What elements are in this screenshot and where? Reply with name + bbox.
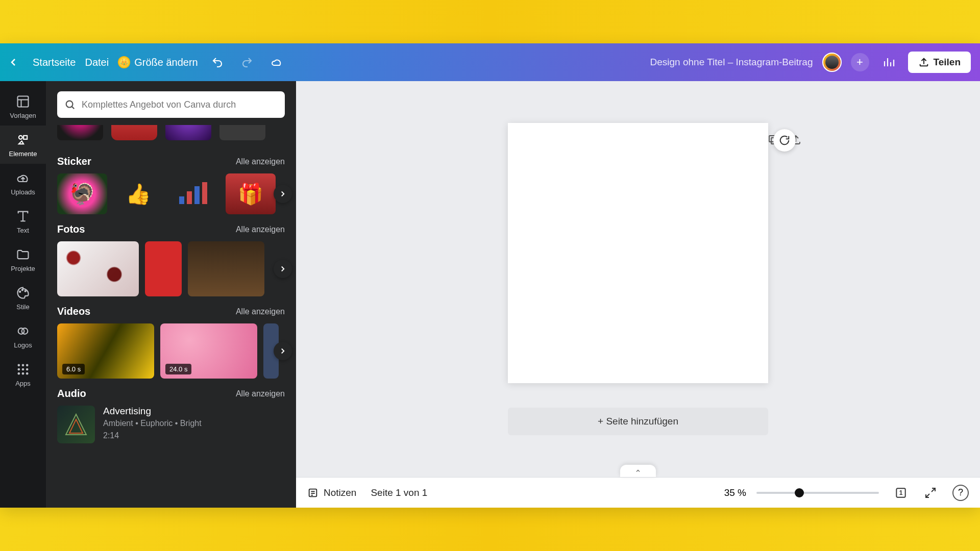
videos-see-all[interactable]: Alle anzeigen [236,307,285,316]
svg-point-16 [26,364,29,367]
folder-icon [16,247,30,262]
refresh-button[interactable] [773,129,796,152]
rail-label: Apps [15,380,31,387]
audio-track-title: Advertising [103,406,202,417]
sticker-next[interactable] [274,185,292,203]
audio-track-meta: Ambient • Euphoric • Bright [103,419,202,428]
body: Vorlagen Elemente Uploads Text Projekte … [0,81,980,508]
insights-button[interactable] [878,52,899,72]
svg-point-13 [22,328,28,334]
rail-styles[interactable]: Stile [0,279,46,317]
canvas-page[interactable] [508,123,768,383]
upload-icon [918,57,929,68]
sticker-head: Sticker Alle anzeigen [57,156,285,167]
sticker-thumb[interactable] [169,173,219,214]
notes-icon [307,487,318,498]
notes-button[interactable]: Notizen [307,487,356,498]
canvas-center: + Seite hinzufügen [296,81,980,477]
svg-point-20 [18,372,20,375]
sticker-thumb[interactable]: 👍 [113,173,163,214]
document-title[interactable]: Design ohne Titel – Instagram-Beitrag [650,57,813,68]
grid-view-button[interactable]: 1 [893,485,909,500]
share-button[interactable]: Teilen [908,52,971,73]
photo-thumb[interactable] [57,241,139,296]
svg-rect-25 [179,196,184,204]
svg-point-14 [18,364,20,367]
redo-icon [241,56,253,68]
svg-point-23 [66,101,73,108]
avatar[interactable] [822,53,842,72]
search-box[interactable] [57,91,285,118]
audio-head: Audio Alle anzeigen [57,388,285,399]
photos-row [57,241,285,296]
svg-point-22 [26,372,29,375]
search-input[interactable] [82,99,278,110]
svg-marker-6 [19,141,23,144]
palette-icon [16,286,30,300]
resize-label: Größe ändern [134,57,198,68]
sticker-thumb[interactable]: 🦃 [57,173,107,214]
sticker-thumb[interactable]: 🎁 [226,173,276,214]
file-menu[interactable]: Datei [85,57,109,68]
undo-button[interactable] [207,52,228,72]
plus-icon: + [856,56,863,69]
redo-button[interactable] [237,52,257,72]
photos-see-all[interactable]: Alle anzeigen [236,225,285,234]
page-indicator[interactable]: Seite 1 von 1 [371,487,427,498]
audio-see-all[interactable]: Alle anzeigen [236,389,285,398]
elements-panel: Sticker Alle anzeigen 🦃 👍 🎁 Fot [46,81,296,508]
cloud-sync-button[interactable] [266,52,287,72]
videos-title: Videos [57,306,90,317]
home-link[interactable]: Startseite [33,57,76,68]
zoom-slider[interactable] [756,492,879,494]
text-icon [16,209,30,223]
help-button[interactable]: ? [952,485,969,501]
svg-point-9 [19,291,20,292]
add-collaborator-button[interactable]: + [851,53,869,71]
top-bar: Startseite Datei 👑 Größe ändern Design o… [0,43,980,81]
canvas-area: + Seite hinzufügen Notizen Seite 1 von 1… [296,81,980,508]
chevron-right-icon [278,346,287,356]
rail-uploads[interactable]: Uploads [0,164,46,202]
apps-icon [16,362,30,377]
left-rail: Vorlagen Elemente Uploads Text Projekte … [0,81,46,508]
rail-logos[interactable]: Logos [0,317,46,355]
resize-button[interactable]: 👑 Größe ändern [118,56,198,68]
fullscreen-button[interactable] [923,485,938,500]
audio-title: Audio [57,388,86,399]
rail-templates[interactable]: Vorlagen [0,87,46,126]
page-count-badge: 1 [899,489,903,496]
chevron-right-icon [278,264,287,273]
svg-point-19 [26,368,29,371]
rail-text[interactable]: Text [0,202,46,240]
videos-next[interactable] [274,342,292,360]
svg-rect-1 [18,96,29,107]
svg-line-24 [72,107,74,109]
refresh-icon [779,135,790,146]
svg-rect-27 [194,186,200,204]
video-thumb[interactable]: 24.0 s [160,323,257,379]
photo-thumb[interactable] [188,241,264,296]
audio-item[interactable]: Advertising Ambient • Euphoric • Bright … [57,406,285,443]
back-button[interactable] [3,52,23,72]
photos-next[interactable] [274,260,292,278]
cloud-icon [271,56,283,68]
rail-elements[interactable]: Elemente [0,126,46,164]
video-duration: 6.0 s [62,364,85,374]
add-page-button[interactable]: + Seite hinzufügen [508,408,768,435]
zoom-slider-knob[interactable] [795,488,804,497]
panel-body[interactable]: Sticker Alle anzeigen 🦃 👍 🎁 Fot [46,125,296,508]
video-thumb[interactable]: 6.0 s [57,323,154,379]
expand-pages-button[interactable] [620,465,656,477]
rail-projects[interactable]: Projekte [0,240,46,279]
photo-thumb[interactable] [145,241,182,296]
svg-rect-5 [23,136,27,139]
zoom-percent[interactable]: 35 % [724,487,746,498]
rail-label: Text [17,227,29,234]
chart-icon [883,56,895,68]
rail-apps[interactable]: Apps [0,355,46,393]
question-icon: ? [958,487,963,498]
sticker-see-all[interactable]: Alle anzeigen [236,157,285,166]
rail-label: Elemente [9,150,37,158]
rail-label: Logos [14,341,32,349]
